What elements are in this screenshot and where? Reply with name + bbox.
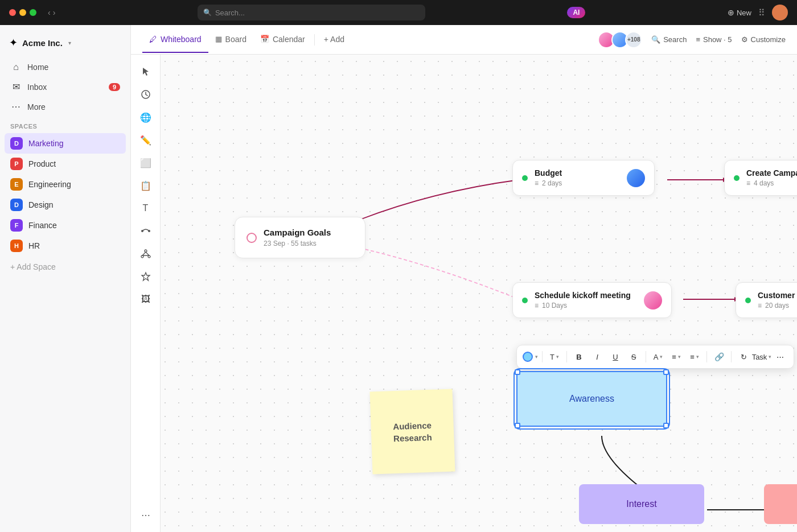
goals-info: Campaign Goals 23 Sep · 55 tasks <box>264 228 331 248</box>
sync-icon[interactable]: ↻ <box>736 349 751 365</box>
sidebar-nav: ⌂ Home ✉ Inbox 9 ⋯ More <box>0 58 130 116</box>
awareness-shape[interactable]: Awareness <box>516 371 667 427</box>
search-button[interactable]: 🔍 Search <box>651 35 687 44</box>
space-dot-marketing: D <box>10 137 23 150</box>
tab-board[interactable]: ▦ Board <box>208 27 253 53</box>
sidebar-item-marketing[interactable]: D Marketing <box>5 133 126 154</box>
tool-globe[interactable]: 🌐 <box>135 107 156 127</box>
spaces-header: Spaces <box>0 116 130 133</box>
budget-card-inner: Budget ≡ 2 days <box>522 168 645 187</box>
schedule-kickoff-card[interactable]: Schedule kickoff meeting ≡ 10 Days <box>512 282 672 318</box>
awareness-label: Awareness <box>569 394 614 404</box>
link-button[interactable]: 🔗 <box>711 349 727 365</box>
customize-button[interactable]: ⚙ Customize <box>741 35 786 44</box>
traffic-light-yellow[interactable] <box>19 9 26 16</box>
schedule-kickoff-inner: Schedule kickoff meeting ≡ 10 Days <box>522 291 662 310</box>
whiteboard-canvas[interactable]: 🌐 ✏️ ⬜ 📋 T <box>131 55 797 532</box>
tool-connector[interactable] <box>135 221 156 241</box>
resize-handle-br[interactable] <box>663 423 669 428</box>
goals-circle-icon <box>247 233 257 243</box>
text-align-dropdown[interactable]: ≡ ▾ <box>668 349 684 365</box>
tool-text[interactable]: T <box>135 198 156 218</box>
tool-network[interactable] <box>135 244 156 264</box>
new-button[interactable]: ⊕ New <box>728 8 751 17</box>
show-button[interactable]: ≡ Show · 5 <box>696 35 732 44</box>
more-options-button[interactable]: ⋯ <box>772 349 788 365</box>
sidebar-item-engineering[interactable]: E Engineering <box>5 174 126 195</box>
interest-label: Interest <box>626 499 656 509</box>
traffic-light-red[interactable] <box>9 9 16 16</box>
sidebar-item-more[interactable]: ⋯ More <box>5 97 126 116</box>
budget-info: Budget ≡ 2 days <box>535 168 562 187</box>
tool-more-vert[interactable]: ⋯ <box>135 505 156 525</box>
task-dropdown[interactable]: Task ▾ <box>754 349 770 365</box>
sidebar-item-product[interactable]: P Product <box>5 154 126 174</box>
back-button[interactable]: ‹ <box>48 8 51 17</box>
tool-smart[interactable] <box>135 84 156 105</box>
tab-whiteboard[interactable]: 🖊 Whiteboard <box>142 27 208 53</box>
tool-select[interactable] <box>135 61 156 82</box>
tool-rectangle[interactable]: ⬜ <box>135 152 156 173</box>
bold-button[interactable]: B <box>571 349 587 365</box>
tab-add[interactable]: + Add <box>317 27 351 53</box>
traffic-light-green[interactable] <box>30 9 36 16</box>
resize-handle-tr[interactable] <box>663 369 669 375</box>
customize-btn-label: Customize <box>751 35 786 44</box>
sidebar-item-home[interactable]: ⌂ Home <box>5 58 126 76</box>
tool-note[interactable]: 📋 <box>135 175 156 196</box>
campaign-goals-card[interactable]: Campaign Goals 23 Sep · 55 tasks <box>235 217 365 258</box>
create-campaign-inner: Create Campaign ≡ 4 days <box>734 168 797 187</box>
format-toolbar: ▾ T ▾ B I U S A ▾ ≡ ▾ <box>516 345 794 369</box>
ai-badge[interactable]: AI <box>567 7 585 18</box>
schedule-info: Schedule kickoff meeting ≡ 10 Days <box>535 291 631 310</box>
create-campaign-title: Create Campaign <box>746 168 797 178</box>
show-btn-label: Show · 5 <box>703 35 732 44</box>
toolbar-divider-4 <box>706 351 707 362</box>
grid-icon[interactable]: ⠿ <box>758 7 765 18</box>
budget-meta: ≡ 2 days <box>535 179 562 187</box>
space-dot-product: P <box>10 158 23 170</box>
add-space-button[interactable]: + Add Space <box>0 258 130 275</box>
board-tab-label: Board <box>225 35 247 44</box>
tool-sidebar: 🌐 ✏️ ⬜ 📋 T <box>131 55 161 532</box>
sidebar-item-inbox[interactable]: ✉ Inbox 9 <box>5 77 126 96</box>
list-dropdown[interactable]: ≡ ▾ <box>687 349 702 365</box>
sidebar-item-design[interactable]: D Design <box>5 195 126 215</box>
sidebar-logo[interactable]: ✦ Acme Inc. ▾ <box>0 32 130 58</box>
main-area: 🖊 Whiteboard ▦ Board 📅 Calendar + Add +1… <box>131 25 797 532</box>
customer-beta-card[interactable]: Customer Beta ≡ 20 days <box>736 282 797 318</box>
space-dot-hr: H <box>10 240 23 252</box>
whiteboard-content: Campaign Goals 23 Sep · 55 tasks <box>161 55 797 532</box>
color-picker-button[interactable] <box>523 352 533 362</box>
sidebar-label-more: More <box>27 102 46 112</box>
more-icon: ⋯ <box>10 101 22 112</box>
tool-pen[interactable]: ✏️ <box>135 130 156 150</box>
strikethrough-button[interactable]: S <box>626 349 642 365</box>
global-search-bar[interactable]: 🔍 Search... <box>198 5 425 20</box>
sidebar-item-hr[interactable]: H HR <box>5 236 126 256</box>
forward-button[interactable]: › <box>53 8 56 17</box>
italic-button[interactable]: I <box>589 349 605 365</box>
budget-title: Budget <box>535 168 562 178</box>
user-avatar[interactable] <box>772 5 788 20</box>
sidebar-item-finance[interactable]: F Finance <box>5 215 126 236</box>
schedule-status-dot <box>522 298 528 303</box>
space-label-marketing: Marketing <box>28 139 63 148</box>
tool-image[interactable]: 🖼 <box>135 289 156 310</box>
font-size-dropdown[interactable]: A ▾ <box>650 349 666 365</box>
resize-handle-bl[interactable] <box>515 423 520 428</box>
resize-handle-tl[interactable] <box>515 369 520 375</box>
sticky-note-audience[interactable]: AudienceResearch <box>370 389 455 475</box>
tab-calendar[interactable]: 📅 Calendar <box>253 27 312 53</box>
interest-shape[interactable]: Interest <box>579 484 704 524</box>
budget-card[interactable]: Budget ≡ 2 days <box>512 160 655 196</box>
decision-shape[interactable]: Decision <box>764 484 797 524</box>
budget-avatar <box>627 169 645 187</box>
create-campaign-card[interactable]: Create Campaign ≡ 4 days <box>724 160 797 196</box>
customer-beta-status-dot <box>745 298 751 303</box>
tool-ai-assist[interactable] <box>135 266 156 287</box>
underline-button[interactable]: U <box>607 349 623 365</box>
connectors-svg <box>161 55 797 532</box>
plus-icon: ⊕ <box>728 8 734 17</box>
font-style-dropdown[interactable]: T ▾ <box>547 349 562 365</box>
